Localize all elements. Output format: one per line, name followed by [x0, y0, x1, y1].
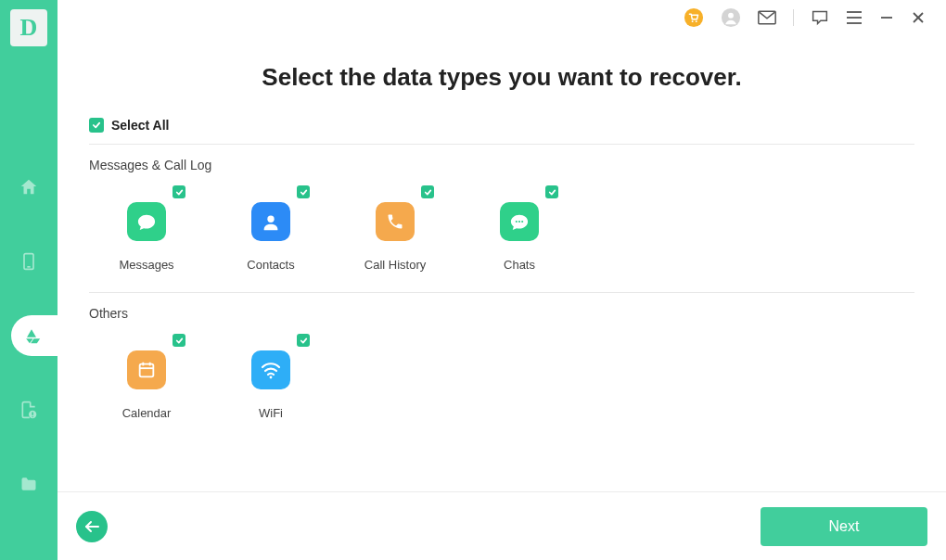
tiles-messages-call-log: Messages Contacts Call History [89, 185, 914, 272]
svg-point-19 [518, 221, 520, 223]
section-title-messages: Messages & Call Log [89, 158, 914, 172]
tile-call-history-checkbox[interactable] [421, 185, 434, 198]
minimize-icon [879, 10, 894, 25]
feedback-button[interactable] [811, 9, 829, 26]
folder-icon [19, 475, 39, 493]
check-icon [548, 189, 556, 196]
cart-button[interactable] [684, 7, 704, 28]
svg-point-7 [696, 20, 697, 22]
tile-contacts-label: Contacts [247, 258, 294, 272]
drive-icon [22, 327, 41, 344]
nav-cloud[interactable] [11, 315, 58, 356]
mail-button[interactable] [758, 10, 776, 25]
wifi-icon [251, 350, 290, 389]
home-icon [19, 177, 39, 197]
top-toolbar [58, 0, 946, 35]
section-divider [89, 292, 914, 293]
svg-point-9 [728, 13, 734, 19]
chat-icon [811, 9, 829, 26]
app-logo: D [10, 9, 47, 46]
svg-point-17 [267, 216, 274, 223]
close-icon [911, 10, 926, 25]
select-all-row[interactable]: Select All [89, 118, 914, 145]
file-alert-icon [19, 400, 38, 420]
contacts-icon [251, 202, 290, 241]
phone-icon [19, 251, 38, 272]
tile-call-history[interactable]: Call History [375, 185, 415, 272]
svg-point-18 [516, 221, 518, 223]
content-area: Select the data types you want to recove… [58, 35, 946, 491]
tile-messages-label: Messages [119, 258, 173, 272]
minimize-button[interactable] [879, 10, 894, 25]
nav-folder[interactable] [0, 464, 58, 504]
tile-chats-checkbox[interactable] [545, 185, 558, 198]
sidebar: D [0, 0, 58, 560]
toolbar-divider [793, 9, 794, 26]
cart-icon [684, 7, 704, 28]
tiles-others: Calendar WiFi [89, 334, 914, 420]
svg-point-20 [521, 221, 523, 223]
nav-home[interactable] [0, 167, 58, 208]
tile-chats[interactable]: Chats [499, 185, 540, 272]
mail-icon [758, 10, 776, 25]
check-icon [175, 189, 184, 196]
call-history-icon [376, 202, 415, 241]
check-icon [175, 337, 184, 344]
check-icon [300, 337, 308, 344]
nav-device[interactable] [0, 241, 58, 282]
svg-point-4 [32, 416, 33, 417]
tile-wifi-checkbox[interactable] [297, 334, 310, 347]
tile-calendar[interactable]: Calendar [126, 334, 167, 420]
tile-call-history-label: Call History [364, 258, 426, 272]
account-button[interactable] [721, 7, 741, 28]
svg-rect-21 [140, 364, 154, 377]
check-icon [92, 121, 101, 129]
calendar-icon [127, 350, 166, 389]
select-all-label: Select All [111, 118, 170, 133]
tile-messages-checkbox[interactable] [173, 185, 185, 198]
section-title-others: Others [89, 306, 914, 321]
tile-contacts[interactable]: Contacts [250, 185, 291, 272]
tile-calendar-checkbox[interactable] [173, 334, 185, 347]
arrow-left-icon [83, 520, 100, 533]
user-icon [721, 7, 741, 28]
menu-button[interactable] [846, 11, 863, 24]
select-all-checkbox[interactable] [89, 118, 104, 133]
menu-icon [846, 11, 863, 24]
sidebar-nav [0, 167, 58, 504]
tile-calendar-label: Calendar [122, 406, 172, 420]
chats-icon [500, 202, 539, 241]
page-title: Select the data types you want to recove… [89, 63, 914, 92]
tile-chats-label: Chats [504, 258, 535, 272]
tile-wifi-label: WiFi [259, 406, 283, 420]
tile-messages[interactable]: Messages [126, 185, 167, 272]
svg-point-5 [684, 8, 703, 27]
main: Select the data types you want to recove… [58, 0, 946, 560]
next-button[interactable]: Next [761, 507, 927, 546]
svg-point-6 [692, 20, 694, 22]
messages-icon [127, 202, 166, 241]
check-icon [424, 189, 432, 196]
back-button[interactable] [76, 511, 108, 542]
tile-contacts-checkbox[interactable] [297, 185, 310, 198]
svg-point-28 [270, 376, 273, 379]
footer-bar: Next [58, 491, 946, 560]
check-icon [300, 189, 308, 196]
close-button[interactable] [911, 10, 926, 25]
tile-wifi[interactable]: WiFi [250, 334, 291, 420]
nav-file-alert[interactable] [0, 389, 58, 430]
